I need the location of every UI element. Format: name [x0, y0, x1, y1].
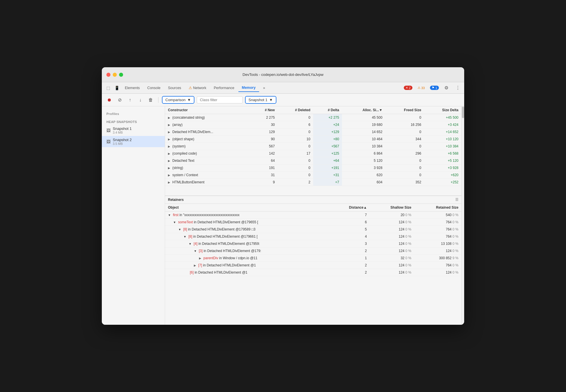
ret-cell-distance: 7 — [330, 212, 370, 219]
table-row: ▶ (compiled code) 142 17 +125 6 864 296 … — [165, 150, 461, 157]
tab-performance[interactable]: Performance — [210, 84, 238, 92]
expand-ret-icon[interactable]: ▼ — [189, 242, 192, 245]
expand-icon[interactable]: ▶ — [168, 130, 170, 134]
ret-col-distance: Distance▲ — [330, 204, 370, 212]
record-button[interactable]: ⏺ — [105, 96, 113, 104]
inspect-icon[interactable]: ⬚ — [104, 84, 112, 92]
expand-icon[interactable]: ▶ — [168, 145, 170, 148]
ret-cell-shallow: 124 0 % — [370, 233, 414, 240]
ret-cell-object: ▼ [8] in Detached HTMLDivElement @179589… — [165, 226, 330, 233]
cell-alloc: 5 120 — [342, 157, 385, 164]
clear-button[interactable]: ⊘ — [116, 96, 124, 104]
expand-icon[interactable]: ▶ — [168, 123, 170, 126]
expand-ret-icon[interactable]: ▶ — [199, 257, 201, 260]
cell-constructor: ▶ (compiled code) — [165, 150, 251, 157]
settings-icon[interactable]: ⚙ — [442, 84, 450, 92]
cell-constructor: ▶ (array) — [165, 121, 251, 128]
table-row: ▶ (concatenated string) 2 275 0 +2 275 4… — [165, 114, 461, 121]
expand-icon[interactable]: ▶ — [168, 138, 170, 141]
cell-delta: +567 — [313, 143, 342, 150]
ret-cell-shallow: 124 0 % — [370, 262, 414, 269]
expand-icon[interactable]: ▶ — [168, 166, 170, 170]
expand-ret-icon[interactable]: ▼ — [173, 221, 176, 224]
ret-cell-object: ▶ parentDiv in Window / cdpn.io @11 — [165, 255, 330, 262]
expand-icon[interactable]: ▶ — [168, 116, 170, 119]
cell-freed: 0 — [385, 143, 424, 150]
tab-network[interactable]: ⚠ Network — [185, 84, 210, 92]
expand-ret-icon[interactable]: ▼ — [168, 214, 171, 217]
table-row: ▶ HTMLButtonElement 9 2 +7 604 352 +252 — [165, 179, 461, 186]
expand-ret-icon[interactable]: ▼ — [194, 249, 197, 253]
snapshot-dropdown[interactable]: Snapshot 1 ▼ — [245, 96, 276, 104]
download-button[interactable]: ↓ — [136, 96, 144, 104]
cell-new: 567 — [251, 143, 278, 150]
cell-alloc: 620 — [342, 172, 385, 179]
minimize-button[interactable] — [113, 73, 117, 77]
more-options-icon[interactable]: ⋮ — [454, 84, 462, 92]
retainers-table-container: Object Distance▲ Shallow Size Retained S… — [165, 204, 461, 325]
snapshot-1-item[interactable]: 🖼 Snapshot 1 3.4 MB — [102, 125, 165, 136]
snapshot-2-size: 3.5 MB — [113, 142, 132, 145]
retainers-table: Object Distance▲ Shallow Size Retained S… — [165, 204, 461, 276]
retainers-row: ▼ [3] in Detached HTMLDivElement @179: 2… — [165, 247, 461, 255]
ret-cell-distance: 2 — [330, 262, 370, 269]
expand-ret-icon[interactable]: ▼ — [178, 228, 181, 231]
snapshot-icon: 🖼 — [106, 128, 110, 133]
retainers-row: ▼ [8] in Detached HTMLDivElement @179589… — [165, 226, 461, 233]
expand-icon[interactable]: ▶ — [168, 152, 170, 155]
cell-new: 142 — [251, 150, 278, 157]
cell-new: 90 — [251, 136, 278, 143]
expand-ret-icon[interactable]: ▼ — [183, 235, 186, 238]
ret-cell-distance: 3 — [330, 240, 370, 247]
cell-constructor: ▶ Detached HTMLDivElem... — [165, 128, 251, 136]
col-delta: # Delta — [313, 106, 342, 114]
expand-icon[interactable]: ▶ — [168, 174, 170, 177]
ret-cell-distance: 6 — [330, 219, 370, 226]
heap-snapshots-title: HEAP SNAPSHOTS — [102, 117, 165, 125]
tab-console[interactable]: Console — [144, 84, 164, 92]
scrollbar-thumb[interactable] — [462, 107, 464, 118]
ret-cell-retained: 540 0 % — [414, 212, 461, 219]
cell-delta: +24 — [313, 121, 342, 128]
cell-freed: 344 — [385, 136, 424, 143]
tab-bar-right: ✕ 2 ⚠ 33 ⚑ 1 ⚙ ⋮ — [404, 84, 462, 92]
retainers-scroll-icon: ☰ — [455, 198, 458, 202]
tab-bar: ⬚ 📱 Elements Console Sources ⚠ Network P… — [102, 82, 464, 94]
class-filter-input[interactable] — [197, 96, 243, 103]
collect-button[interactable]: 🗑 — [147, 96, 155, 104]
scrollbar-track[interactable] — [461, 106, 464, 325]
cell-size-delta: +3 424 — [424, 121, 461, 128]
ret-keyword: [8] — [183, 227, 187, 231]
expand-icon[interactable]: ▶ — [168, 181, 170, 184]
snapshot-2-item[interactable]: 🖼 Snapshot 2 3.5 MB — [102, 136, 165, 147]
close-button[interactable] — [106, 73, 110, 77]
tab-sources[interactable]: Sources — [165, 84, 185, 92]
cell-alloc: 3 928 — [342, 164, 385, 172]
toolbar: ⏺ ⊘ ↑ ↓ 🗑 Comparison ▼ Snapshot 1 ▼ — [102, 94, 464, 106]
cell-delta: +2 275 — [313, 114, 342, 121]
col-alloc: Alloc. Si...▼ — [342, 106, 385, 114]
tab-elements[interactable]: Elements — [121, 84, 143, 92]
cell-freed: 0 — [385, 157, 424, 164]
retainers-section: Retainers ☰ Object Distance▲ Shallow Siz… — [165, 195, 461, 325]
comparison-dropdown[interactable]: Comparison ▼ — [162, 96, 194, 104]
retainers-header: Retainers ☰ — [165, 195, 461, 204]
ret-cell-retained: 124 0 % — [414, 247, 461, 255]
ret-keyword: [6] — [190, 270, 194, 274]
main-area: Profiles HEAP SNAPSHOTS 🖼 Snapshot 1 3.4… — [102, 106, 464, 325]
upload-button[interactable]: ↑ — [126, 96, 134, 104]
expand-ret-icon[interactable]: ▶ — [194, 264, 196, 267]
ret-cell-shallow: 32 0 % — [370, 255, 414, 262]
ret-cell-distance: 1 — [330, 255, 370, 262]
tab-more[interactable]: » — [260, 84, 269, 92]
device-icon[interactable]: 📱 — [113, 84, 121, 92]
cell-delta: +125 — [313, 150, 342, 157]
info-badge: ⚑ 1 — [430, 86, 439, 90]
tab-memory[interactable]: Memory — [238, 84, 259, 92]
ret-cell-shallow: 124 0 % — [370, 226, 414, 233]
cell-alloc: 6 864 — [342, 150, 385, 157]
expand-icon[interactable]: ▶ — [168, 159, 170, 162]
ret-cell-retained: 764 0 % — [414, 262, 461, 269]
maximize-button[interactable] — [119, 73, 123, 77]
ret-keyword: parentDiv — [203, 256, 218, 260]
